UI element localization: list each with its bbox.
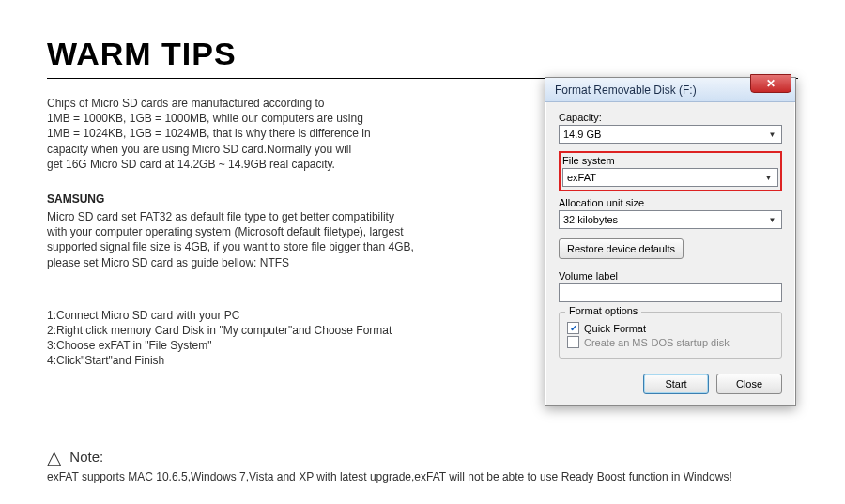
format-options-title: Format options [565, 305, 641, 316]
volume-label-label: Volume label [559, 270, 782, 282]
dialog-titlebar[interactable]: Format Removable Disk (F:) ✕ [545, 78, 795, 102]
chevron-down-icon: ▼ [765, 212, 779, 227]
allocation-value: 32 kilobytes [563, 214, 618, 225]
checkbox-checked-icon: ✔ [567, 322, 579, 334]
capacity-value: 14.9 GB [563, 129, 601, 140]
fat32-paragraph: Micro SD card set FAT32 as default file … [47, 209, 516, 270]
brand-heading: SAMSUNG [47, 192, 516, 206]
page-title: WARM TIPS [47, 36, 516, 72]
start-button-label: Start [665, 378, 686, 389]
intro-paragraph: Chips of Micro SD cards are manufactured… [47, 96, 516, 172]
chevron-down-icon: ▼ [765, 127, 779, 142]
note-section: △ Note: exFAT supports MAC 10.6.5,Window… [47, 446, 817, 483]
steps-list: 1:Connect Micro SD card with your PC 2:R… [47, 308, 516, 369]
dialog-title: Format Removable Disk (F:) [555, 84, 697, 97]
checkbox-unchecked-icon [567, 336, 579, 348]
filesystem-dropdown[interactable]: exFAT ▼ [562, 168, 778, 187]
msdos-label: Create an MS-DOS startup disk [584, 337, 730, 348]
capacity-dropdown[interactable]: 14.9 GB ▼ [559, 125, 782, 144]
chevron-down-icon: ▼ [761, 170, 776, 185]
allocation-label: Allocation unit size [559, 197, 782, 208]
volume-label-input[interactable] [559, 283, 782, 302]
note-label: Note: [69, 449, 103, 465]
restore-defaults-label: Restore device defaults [567, 243, 675, 254]
filesystem-label: File system [562, 155, 778, 166]
msdos-row: Create an MS-DOS startup disk [567, 336, 774, 348]
quick-format-label: Quick Format [584, 323, 646, 334]
format-dialog: Format Removable Disk (F:) ✕ Capacity: 1… [545, 77, 796, 406]
triangle-icon: △ [47, 447, 61, 467]
close-dialog-label: Close [736, 378, 762, 389]
capacity-label: Capacity: [559, 112, 782, 123]
allocation-dropdown[interactable]: 32 kilobytes ▼ [559, 210, 782, 229]
filesystem-value: exFAT [567, 172, 596, 183]
filesystem-highlight: File system exFAT ▼ [559, 151, 782, 191]
start-button[interactable]: Start [643, 374, 709, 394]
close-icon: ✕ [766, 77, 776, 90]
quick-format-row[interactable]: ✔ Quick Format [567, 322, 774, 334]
close-button[interactable]: ✕ [750, 74, 791, 93]
restore-defaults-button[interactable]: Restore device defaults [559, 238, 684, 259]
format-options-group: Format options ✔ Quick Format Create an … [559, 312, 782, 359]
close-dialog-button[interactable]: Close [716, 374, 782, 394]
note-text: exFAT supports MAC 10.6.5,Windows 7,Vist… [47, 470, 817, 483]
